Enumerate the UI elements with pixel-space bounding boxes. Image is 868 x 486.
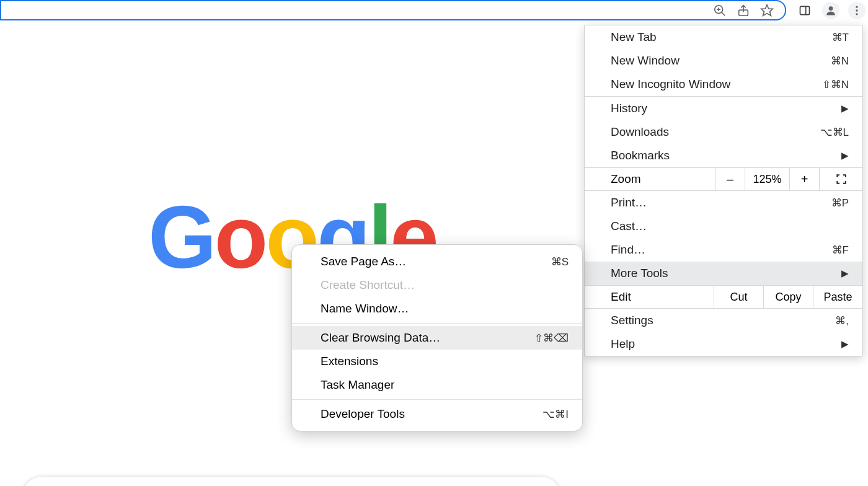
- menu-downloads[interactable]: Downloads⌥⌘L: [585, 120, 862, 144]
- menu-new-tab[interactable]: New Tab⌘T: [585, 25, 862, 49]
- svg-rect-6: [800, 6, 810, 14]
- profile-icon[interactable]: [822, 2, 839, 19]
- svg-point-10: [856, 9, 857, 11]
- svg-marker-5: [761, 4, 773, 15]
- star-icon[interactable]: [760, 4, 774, 17]
- edit-copy[interactable]: Copy: [763, 285, 813, 309]
- chrome-menu: New Tab⌘T New Window⌘N New Incognito Win…: [584, 25, 863, 356]
- overflow-menu-icon[interactable]: [848, 2, 866, 19]
- menu-help[interactable]: Help▶: [585, 332, 862, 356]
- menu-bookmarks[interactable]: Bookmarks▶: [585, 144, 862, 167]
- menu-find[interactable]: Find…⌘F: [585, 238, 862, 262]
- zoom-level: 125%: [745, 167, 789, 191]
- zoom-in-button[interactable]: +: [789, 167, 819, 191]
- menu-history[interactable]: History▶: [585, 97, 862, 120]
- submenu-clear-browsing-data[interactable]: Clear Browsing Data…⇧⌘⌫: [292, 326, 582, 350]
- menu-incognito[interactable]: New Incognito Window⇧⌘N: [585, 73, 862, 96]
- menu-new-window[interactable]: New Window⌘N: [585, 49, 862, 73]
- more-tools-submenu: Save Page As…⌘S Create Shortcut… Name Wi…: [291, 244, 583, 431]
- zoom-out-button[interactable]: –: [715, 167, 745, 191]
- svg-line-1: [722, 12, 725, 15]
- submenu-save-page-as[interactable]: Save Page As…⌘S: [292, 250, 582, 273]
- menu-cast[interactable]: Cast…: [585, 214, 862, 238]
- edit-cut[interactable]: Cut: [714, 285, 763, 309]
- svg-point-8: [829, 6, 833, 11]
- submenu-extensions[interactable]: Extensions: [292, 350, 582, 373]
- submenu-create-shortcut: Create Shortcut…: [292, 273, 582, 297]
- edit-paste[interactable]: Paste: [813, 285, 862, 309]
- menu-zoom: Zoom – 125% +: [585, 167, 862, 191]
- svg-point-11: [856, 13, 857, 15]
- menu-print[interactable]: Print…⌘P: [585, 191, 862, 214]
- search-box[interactable]: Search Google or type a URL: [22, 477, 561, 486]
- browser-top-bar: [0, 0, 868, 24]
- submenu-task-manager[interactable]: Task Manager: [292, 373, 582, 397]
- side-panel-icon[interactable]: [796, 2, 813, 19]
- share-icon[interactable]: [737, 4, 750, 17]
- menu-settings[interactable]: Settings⌘,: [585, 309, 862, 332]
- toolbar-right: [787, 0, 868, 20]
- menu-edit: Edit Cut Copy Paste: [585, 285, 862, 309]
- submenu-name-window[interactable]: Name Window…: [292, 297, 582, 320]
- omnibox[interactable]: [0, 0, 786, 20]
- svg-point-9: [856, 6, 857, 7]
- fullscreen-button[interactable]: [819, 167, 862, 191]
- zoom-in-icon[interactable]: [713, 4, 727, 17]
- submenu-developer-tools[interactable]: Developer Tools⌥⌘I: [292, 402, 582, 426]
- menu-more-tools[interactable]: More Tools▶: [585, 262, 862, 285]
